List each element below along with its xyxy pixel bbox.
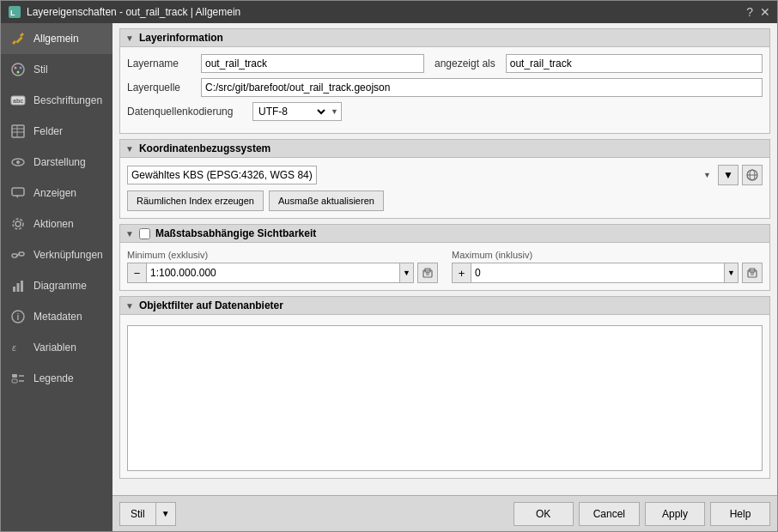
sidebar-label-diagramme: Diagramme	[33, 280, 87, 292]
maximum-input-wrapper: + ▼	[452, 263, 738, 283]
zoom-out-icon[interactable]: −	[128, 263, 147, 282]
svg-rect-28	[12, 379, 17, 383]
encoding-select[interactable]: UTF-8 ISO-8859-1	[253, 103, 328, 120]
stil-button[interactable]: Stil	[119, 502, 156, 526]
sidebar-item-darstellung[interactable]: Darstellung	[1, 147, 112, 178]
content-area: ▼ Layerinformation Layername angezeigt a…	[112, 23, 777, 495]
maximum-input[interactable]	[471, 266, 724, 280]
close-button[interactable]: ✕	[760, 5, 770, 19]
minimum-dropdown[interactable]: ▼	[399, 263, 413, 282]
svg-point-17	[13, 219, 23, 229]
section-koordinaten: ▼ Koordinatenbezugssystem Gewähltes KBS …	[119, 139, 770, 219]
section-header-massstab[interactable]: ▼ Maßstabsabhängige Sichtbarkeit	[120, 225, 769, 243]
svg-rect-26	[12, 374, 17, 378]
sidebar-item-stil[interactable]: Stil	[1, 54, 112, 85]
var-icon: ε	[9, 339, 27, 356]
sidebar-item-beschriftungen[interactable]: abc Beschriftungen	[1, 85, 112, 116]
maximum-label: Maximum (inklusiv)	[452, 250, 763, 260]
svg-text:L: L	[10, 9, 15, 17]
ausmasse-btn[interactable]: Ausmaße aktualisieren	[269, 190, 384, 211]
main-content: Allgemein Stil abc Beschriftungen	[1, 23, 777, 531]
minimum-col: Minimum (exklusiv) − ▼	[127, 250, 438, 283]
filter-textarea[interactable]	[127, 325, 763, 471]
help-dialog-button[interactable]: Help	[710, 502, 770, 526]
encoding-dropdown-arrow: ▼	[328, 107, 341, 116]
collapse-arrow-massstab: ▼	[125, 229, 134, 239]
svg-rect-8	[12, 125, 24, 137]
chart-icon	[9, 277, 27, 294]
kbs-dropdown-btn[interactable]: ▼	[718, 165, 738, 185]
window-title: Layereigenschaften - out_rail_track | Al…	[27, 6, 741, 18]
section-header-layerinfo[interactable]: ▼ Layerinformation	[120, 29, 769, 47]
svg-text:ε: ε	[12, 342, 16, 353]
sidebar-label-legende: Legende	[33, 372, 74, 384]
section-header-koordinaten[interactable]: ▼ Koordinatenbezugssystem	[120, 140, 769, 158]
stil-dropdown-btn[interactable]: ▼	[156, 502, 176, 526]
sidebar-item-variablen[interactable]: ε Variablen	[1, 332, 112, 363]
angezeigt-input[interactable]	[506, 54, 763, 73]
sidebar-item-metadaten[interactable]: i Metadaten	[1, 301, 112, 332]
maximum-set-btn[interactable]	[742, 263, 763, 283]
section-title-massstab: Maßstabsabhängige Sichtbarkeit	[155, 227, 316, 239]
kbs-select-wrapper: Gewähltes KBS (EPSG:4326, WGS 84)	[127, 166, 714, 184]
wrench-icon	[9, 30, 27, 47]
section-header-objektfilter[interactable]: ▼ Objektfilter auf Datenanbieter	[120, 297, 769, 315]
eye-icon	[9, 154, 27, 171]
section-title-layerinfo: Layerinformation	[139, 32, 223, 44]
sidebar-label-felder: Felder	[33, 125, 63, 137]
gear-icon	[9, 215, 27, 233]
cancel-button[interactable]: Cancel	[579, 502, 640, 526]
layername-input[interactable]	[201, 54, 424, 73]
sidebar-label-darstellung: Darstellung	[33, 156, 86, 168]
sidebar-item-legende[interactable]: Legende	[1, 363, 112, 394]
collapse-arrow-koordinaten: ▼	[125, 144, 134, 154]
titlebar: L Layereigenschaften - out_rail_track | …	[1, 1, 777, 23]
svg-point-4	[20, 67, 22, 70]
kbs-globe-btn[interactable]	[742, 165, 763, 185]
maximum-dropdown[interactable]: ▼	[724, 263, 738, 282]
svg-point-16	[15, 221, 21, 227]
sidebar-label-verknuepfungen: Verknüpfungen	[33, 249, 103, 261]
encoding-row: Datenquellenkodierung UTF-8 ISO-8859-1 ▼	[127, 102, 763, 121]
kbs-select[interactable]: Gewähltes KBS (EPSG:4326, WGS 84)	[127, 166, 317, 184]
maximum-row: + ▼	[452, 263, 763, 283]
info-icon: i	[9, 308, 27, 325]
sidebar-item-felder[interactable]: Felder	[1, 116, 112, 147]
section-layerinfo: ▼ Layerinformation Layername angezeigt a…	[119, 28, 770, 134]
section-body-objektfilter	[120, 315, 769, 478]
raeumlichen-index-btn[interactable]: Räumlichen Index erzeugen	[127, 190, 264, 211]
svg-rect-22	[21, 281, 23, 292]
svg-point-13	[16, 160, 20, 164]
sidebar-label-variablen: Variablen	[33, 342, 76, 354]
sidebar: Allgemein Stil abc Beschriftungen	[1, 23, 112, 531]
sidebar-item-verknuepfungen[interactable]: Verknüpfungen	[1, 239, 112, 270]
bottom-bar: Stil ▼ OK Cancel Apply Help	[112, 495, 777, 531]
sidebar-label-metadaten: Metadaten	[33, 311, 82, 323]
apply-button[interactable]: Apply	[645, 502, 705, 526]
sidebar-label-beschriftungen: Beschriftungen	[33, 94, 102, 106]
minimum-set-btn[interactable]	[417, 263, 438, 283]
layerquelle-row: Layerquelle	[127, 78, 763, 97]
section-body-koordinaten: Gewähltes KBS (EPSG:4326, WGS 84) ▼ Räum…	[120, 158, 769, 218]
svg-rect-20	[13, 287, 15, 292]
zoom-in-icon[interactable]: +	[453, 263, 471, 282]
ok-button[interactable]: OK	[514, 502, 574, 526]
sidebar-item-aktionen[interactable]: Aktionen	[1, 209, 112, 239]
palette-icon	[9, 61, 27, 78]
minimum-input-wrapper: − ▼	[127, 263, 414, 283]
help-button[interactable]: ?	[746, 5, 753, 19]
sidebar-item-allgemein[interactable]: Allgemein	[1, 23, 112, 54]
section-title-koordinaten: Koordinatenbezugssystem	[139, 142, 270, 154]
sidebar-item-anzeigen[interactable]: Anzeigen	[1, 178, 112, 209]
sidebar-item-diagramme[interactable]: Diagramme	[1, 270, 112, 301]
collapse-arrow-objektfilter: ▼	[125, 301, 134, 311]
layername-row: Layername angezeigt als	[127, 54, 763, 73]
massstab-checkbox[interactable]	[139, 228, 150, 239]
right-panel: ▼ Layerinformation Layername angezeigt a…	[112, 23, 777, 531]
minimum-input[interactable]	[147, 266, 399, 280]
legend-icon	[9, 370, 27, 387]
section-body-massstab: Minimum (exklusiv) − ▼	[120, 243, 769, 290]
svg-point-5	[17, 71, 20, 74]
layerquelle-input[interactable]	[201, 78, 763, 97]
svg-text:i: i	[17, 312, 20, 322]
